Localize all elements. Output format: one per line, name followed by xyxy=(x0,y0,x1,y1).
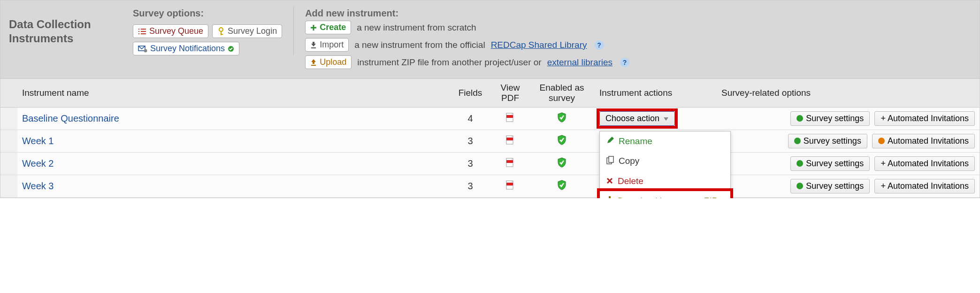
external-libraries-link[interactable]: external libraries xyxy=(547,57,612,68)
col-name: Instrument name xyxy=(17,79,449,108)
help-icon[interactable]: ? xyxy=(595,40,604,50)
check-circle-icon xyxy=(228,46,234,52)
dot-green-icon xyxy=(794,138,801,144)
pdf-icon[interactable] xyxy=(505,182,515,192)
rename-item[interactable]: Rename xyxy=(600,131,730,151)
panel-header: Data Collection Instruments Survey optio… xyxy=(0,0,980,78)
drag-handle[interactable] xyxy=(0,152,17,175)
automated-invitations-button[interactable]: + Automated Invitations xyxy=(874,111,975,126)
instrument-name[interactable]: Week 3 xyxy=(22,181,54,191)
svg-rect-19 xyxy=(506,115,513,118)
automated-invitations-label: Automated Invitations xyxy=(888,136,969,146)
delete-item[interactable]: Delete xyxy=(600,171,730,191)
shield-check-icon xyxy=(557,159,567,170)
svg-marker-21 xyxy=(664,117,668,121)
table-row: Week 23Survey settings+ Automated Invita… xyxy=(0,152,980,175)
download-arrow-icon xyxy=(310,42,317,48)
fields-count: 4 xyxy=(449,107,491,130)
col-actions: Instrument actions xyxy=(595,79,717,108)
import-desc-pre: a new instrument from the official xyxy=(354,40,485,50)
drag-handle[interactable] xyxy=(0,107,17,130)
svg-marker-14 xyxy=(311,42,316,46)
svg-rect-17 xyxy=(311,65,316,66)
automated-invitations-button[interactable]: Automated Invitations xyxy=(872,134,975,148)
automated-invitations-label: + Automated Invitations xyxy=(880,159,969,169)
upload-label: Upload xyxy=(320,57,346,67)
instrument-name[interactable]: Baseline Questionnaire xyxy=(22,113,119,123)
copy-icon xyxy=(606,156,614,167)
survey-settings-button[interactable]: Survey settings xyxy=(790,179,870,193)
survey-settings-button[interactable]: Survey settings xyxy=(790,156,870,171)
instrument-name[interactable]: Week 2 xyxy=(22,158,54,169)
x-icon xyxy=(606,176,613,186)
dot-green-icon xyxy=(796,115,803,122)
help-icon[interactable]: ? xyxy=(620,58,629,67)
copy-item[interactable]: Copy xyxy=(600,151,730,171)
survey-login-label: Survey Login xyxy=(228,26,277,36)
upload-button[interactable]: Upload xyxy=(305,55,352,69)
key-icon xyxy=(217,27,225,36)
survey-queue-button[interactable]: Survey Queue xyxy=(133,24,208,38)
automated-invitations-button[interactable]: + Automated Invitations xyxy=(874,156,975,171)
download-icon xyxy=(606,196,613,198)
add-new-label: Add new instrument: xyxy=(305,8,971,19)
svg-rect-29 xyxy=(506,138,513,140)
table-header-row: Instrument name Fields View PDF Enabled … xyxy=(0,79,980,108)
svg-rect-15 xyxy=(311,47,316,48)
col-pdf: View PDF xyxy=(491,79,529,108)
download-zip-item[interactable]: Download instrument ZIP xyxy=(600,191,730,198)
instruments-table: Instrument name Fields View PDF Enabled … xyxy=(0,78,980,198)
automated-invitations-label: + Automated Invitations xyxy=(880,181,969,191)
svg-marker-26 xyxy=(607,196,612,198)
create-label: Create xyxy=(320,23,346,32)
svg-rect-35 xyxy=(506,183,513,185)
pdf-icon[interactable] xyxy=(505,114,515,124)
survey-settings-label: Survey settings xyxy=(806,159,864,169)
dot-orange-icon xyxy=(878,138,885,144)
table-row: Week 13Survey settingsAutomated Invitati… xyxy=(0,130,980,152)
survey-settings-label: Survey settings xyxy=(804,136,861,146)
shared-library-link[interactable]: REDCap Shared Library xyxy=(491,40,587,50)
shield-check-icon xyxy=(557,182,567,192)
svg-rect-32 xyxy=(506,160,513,163)
create-desc: a new instrument from scratch xyxy=(357,23,476,33)
choose-action-button[interactable]: Choose action xyxy=(599,111,675,126)
col-survey-opts: Survey-related options xyxy=(717,79,980,108)
drag-handle[interactable] xyxy=(0,130,17,152)
survey-login-button[interactable]: Survey Login xyxy=(212,24,282,38)
fields-count: 3 xyxy=(449,152,491,175)
create-button[interactable]: Create xyxy=(305,21,351,34)
pdf-icon[interactable] xyxy=(505,137,515,147)
delete-label: Delete xyxy=(618,176,643,186)
shield-check-icon xyxy=(557,137,567,147)
table-row: Week 33Survey settings+ Automated Invita… xyxy=(0,175,980,197)
table-row: Baseline Questionnaire4Choose actionRena… xyxy=(0,107,980,130)
svg-rect-23 xyxy=(609,156,613,162)
survey-settings-label: Survey settings xyxy=(806,181,864,191)
survey-settings-button[interactable]: Survey settings xyxy=(788,134,867,148)
fields-count: 3 xyxy=(449,175,491,197)
data-collection-panel: Data Collection Instruments Survey optio… xyxy=(0,0,980,198)
survey-settings-button[interactable]: Survey settings xyxy=(790,111,870,126)
import-button[interactable]: Import xyxy=(305,38,349,52)
upload-desc-pre: instrument ZIP file from another project… xyxy=(357,57,541,68)
list-icon xyxy=(138,28,146,35)
upload-arrow-icon xyxy=(310,59,317,66)
automated-invitations-label: + Automated Invitations xyxy=(880,114,969,123)
pdf-icon[interactable] xyxy=(505,159,515,170)
survey-notifications-label: Survey Notifications xyxy=(150,44,225,54)
instrument-name[interactable]: Week 1 xyxy=(22,136,54,146)
survey-options-label: Survey options: xyxy=(133,8,282,19)
svg-marker-16 xyxy=(311,59,316,64)
dot-green-icon xyxy=(796,160,803,167)
svg-rect-8 xyxy=(221,34,223,35)
survey-settings-label: Survey settings xyxy=(806,114,864,123)
import-label: Import xyxy=(320,40,344,50)
drag-handle[interactable] xyxy=(0,175,17,197)
survey-notifications-button[interactable]: Survey Notifications xyxy=(133,42,239,55)
copy-label: Copy xyxy=(619,156,639,166)
choose-action-label: Choose action xyxy=(605,114,659,123)
envelope-gear-icon xyxy=(138,45,147,53)
automated-invitations-button[interactable]: + Automated Invitations xyxy=(874,179,975,193)
rename-label: Rename xyxy=(619,136,652,146)
